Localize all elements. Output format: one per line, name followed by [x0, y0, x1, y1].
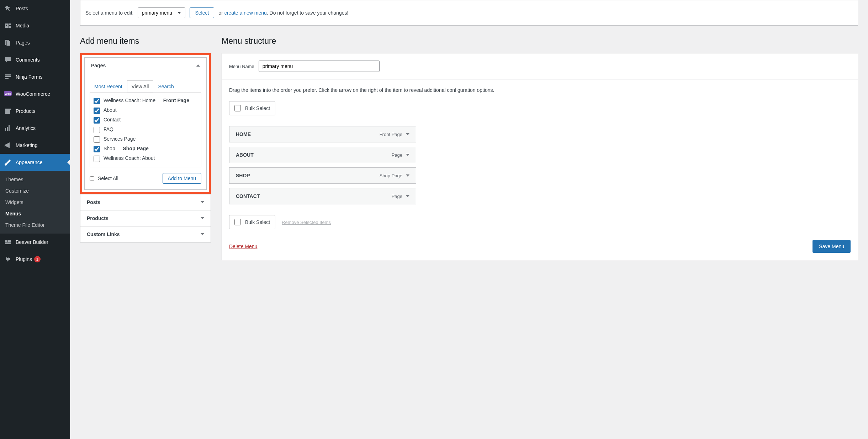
sidebar-item-media[interactable]: Media [0, 17, 70, 34]
products-icon [4, 107, 12, 115]
bulk-select-checkbox-bottom[interactable] [234, 219, 241, 225]
accordion-toggle-posts[interactable]: Posts [80, 194, 211, 210]
menu-item-title: SHOP [236, 173, 250, 178]
submenu-item-customize[interactable]: Customize [0, 185, 70, 197]
sidebar-item-appearance[interactable]: Appearance [0, 154, 70, 171]
sidebar-item-marketing[interactable]: Marketing [0, 137, 70, 154]
chevron-down-icon[interactable] [406, 154, 409, 156]
add-menu-items-heading: Add menu items [80, 36, 211, 46]
select-all-label[interactable]: Select All [90, 176, 118, 181]
chevron-down-icon [201, 201, 204, 203]
chevron-up-icon [196, 64, 200, 67]
delete-menu-link[interactable]: Delete Menu [229, 244, 257, 249]
main-content: Select a menu to edit: primary menu Sele… [70, 0, 868, 439]
menu-item-type: Page [392, 194, 409, 199]
svg-point-12 [5, 163, 7, 166]
admin-sidebar: PostsMediaPagesCommentsNinja FormsWooWoo… [0, 0, 70, 439]
select-button[interactable]: Select [190, 7, 214, 18]
menu-item-row[interactable]: CONTACTPage [229, 188, 416, 204]
bulk-select-checkbox-top[interactable] [234, 105, 241, 111]
chevron-down-icon [201, 217, 204, 219]
accordion-custom-links: Custom Links [80, 226, 211, 242]
submenu-item-theme-file-editor[interactable]: Theme File Editor [0, 219, 70, 231]
remove-selected-link[interactable]: Remove Selected Items [282, 220, 331, 225]
page-item[interactable]: Wellness Coach: About [94, 154, 197, 163]
page-checkbox[interactable] [94, 136, 100, 143]
accordion-toggle-products[interactable]: Products [80, 210, 211, 226]
sidebar-item-label: Ninja Forms [16, 74, 42, 80]
page-item[interactable]: Shop — Shop Page [94, 144, 197, 154]
page-label: Services Page [104, 136, 136, 142]
accordion-title: Custom Links [87, 231, 120, 237]
sidebar-item-label: Marketing [16, 142, 37, 148]
accordion-toggle-custom-links[interactable]: Custom Links [80, 226, 211, 242]
sidebar-item-posts[interactable]: Posts [0, 0, 70, 17]
chevron-down-icon[interactable] [406, 174, 409, 177]
plugin-icon [4, 255, 12, 263]
accordion-posts: Posts [80, 194, 211, 210]
chevron-down-icon[interactable] [406, 195, 409, 197]
page-item[interactable]: Contact [94, 115, 197, 125]
menu-item-type: Front Page [380, 132, 409, 137]
sidebar-item-plugins[interactable]: Plugins1 [0, 251, 70, 268]
page-checkbox[interactable] [94, 117, 100, 124]
sidebar-item-label: Appearance [16, 160, 43, 165]
page-label: Shop — Shop Page [104, 146, 149, 151]
tab-search[interactable]: Search [153, 80, 178, 92]
tab-view-all[interactable]: View All [127, 80, 154, 92]
svg-rect-7 [5, 110, 10, 114]
sidebar-item-label: Beaver Builder [16, 239, 48, 245]
menu-items-list: HOMEFront Page ABOUTPage SHOPShop Page C… [229, 126, 416, 204]
sidebar-item-ninja-forms[interactable]: Ninja Forms [0, 68, 70, 85]
bulk-select-bottom[interactable]: Bulk Select [229, 215, 275, 229]
page-checkbox[interactable] [94, 156, 100, 162]
menu-item-title: CONTACT [236, 193, 260, 199]
page-item[interactable]: Services Page [94, 135, 197, 144]
svg-text:Woo: Woo [5, 92, 11, 95]
appearance-submenu: ThemesCustomizeWidgetsMenusTheme File Ed… [0, 171, 70, 234]
submenu-item-themes[interactable]: Themes [0, 174, 70, 185]
save-menu-button[interactable]: Save Menu [813, 240, 851, 253]
page-label: FAQ [104, 126, 113, 132]
page-checkbox[interactable] [94, 98, 100, 104]
svg-rect-11 [9, 125, 10, 131]
menu-item-title: HOME [236, 131, 251, 137]
sidebar-item-label: Pages [16, 40, 30, 46]
menu-item-row[interactable]: SHOPShop Page [229, 167, 416, 184]
submenu-item-widgets[interactable]: Widgets [0, 197, 70, 208]
add-to-menu-button[interactable]: Add to Menu [163, 173, 201, 184]
pages-tabs: Most RecentView AllSearch [90, 80, 201, 92]
sidebar-item-label: Posts [16, 6, 28, 11]
menu-item-row[interactable]: HOMEFront Page [229, 126, 416, 142]
page-item[interactable]: Wellness Coach: Home — Front Page [94, 96, 197, 106]
sidebar-item-woocommerce[interactable]: WooWooCommerce [0, 85, 70, 103]
bulk-select-top[interactable]: Bulk Select [229, 101, 275, 115]
page-item[interactable]: FAQ [94, 125, 197, 135]
sidebar-item-comments[interactable]: Comments [0, 51, 70, 68]
sidebar-item-beaver-builder[interactable]: Beaver Builder [0, 234, 70, 251]
page-checkbox[interactable] [94, 108, 100, 114]
sidebar-item-analytics[interactable]: Analytics [0, 120, 70, 137]
menu-item-row[interactable]: ABOUTPage [229, 147, 416, 163]
menu-item-title: ABOUT [236, 152, 254, 158]
menu-dropdown[interactable]: primary menu [138, 7, 185, 18]
woo-icon: Woo [4, 90, 12, 98]
pages-accordion-toggle[interactable]: Pages [85, 58, 206, 73]
sidebar-item-pages[interactable]: Pages [0, 34, 70, 51]
page-item[interactable]: About [94, 106, 197, 115]
pin-icon [4, 4, 12, 13]
create-new-menu-link[interactable]: create a new menu [224, 10, 267, 16]
marketing-icon [4, 141, 12, 150]
sidebar-item-products[interactable]: Products [0, 103, 70, 120]
page-checkbox[interactable] [94, 146, 100, 152]
page-checkbox[interactable] [94, 127, 100, 133]
menu-name-input[interactable] [259, 61, 380, 72]
select-all-checkbox[interactable] [90, 176, 94, 181]
menu-structure-box: Menu Name Drag the items into the order … [222, 53, 858, 260]
tab-most-recent[interactable]: Most Recent [90, 80, 127, 92]
or-create-text: or create a new menu. Do not forget to s… [218, 10, 348, 16]
submenu-item-menus[interactable]: Menus [0, 208, 70, 219]
chevron-down-icon[interactable] [406, 133, 409, 135]
pages-list: Wellness Coach: Home — Front PageAboutCo… [90, 92, 201, 167]
drag-instructions: Drag the items into the order you prefer… [229, 87, 851, 94]
